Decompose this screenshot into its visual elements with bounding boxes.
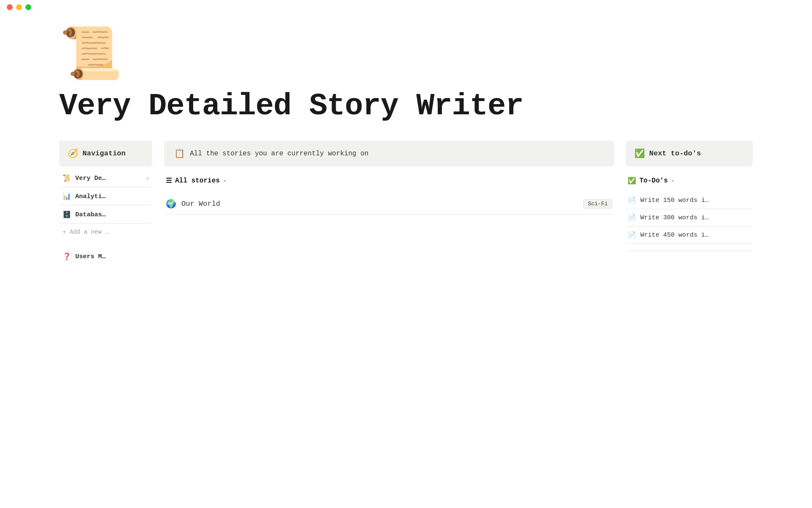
users-section: ❓ Users M… — [59, 248, 152, 265]
todo-item-2[interactable]: 📄 Write 300 words i… — [626, 209, 753, 226]
story-row[interactable]: 🌍 Our World Sci-Fi — [164, 193, 614, 215]
story-title: Our World — [181, 200, 578, 208]
stories-header-icon: 📋 — [174, 148, 185, 159]
nav-item-database-label: Databas… — [75, 211, 106, 218]
add-new-label: + Add a new … — [63, 229, 109, 235]
nav-item-database[interactable]: 🗄️ Databas… — [59, 206, 152, 224]
story-tag: Sci-Fi — [583, 199, 612, 209]
maximize-button[interactable] — [25, 4, 31, 10]
users-label: Users M… — [75, 253, 106, 260]
navigation-column: 🧭 Navigation 📜 Very De… ↗ 📊 Analyti… 🗄️ — [59, 141, 152, 265]
todo-header: ✅ Next to-do's — [626, 141, 753, 166]
page-title: Very Detailed Story Writer — [59, 89, 753, 124]
todo-doc-icon-2: 📄 — [628, 213, 636, 222]
add-new-button[interactable]: + Add a new … — [59, 224, 152, 240]
todo-chevron-icon: ▾ — [671, 178, 674, 184]
nav-item-very-de-label: Very De… — [75, 175, 106, 182]
todo-doc-icon-3: 📄 — [628, 231, 636, 239]
stories-header-description: All the stories you are currently workin… — [190, 150, 368, 157]
users-icon: ❓ — [63, 252, 71, 261]
nav-item-arrow-icon: ↗ — [146, 175, 149, 182]
close-button[interactable] — [7, 4, 13, 10]
navigation-header: 🧭 Navigation — [59, 141, 152, 166]
nav-item-chart-icon: 📊 — [63, 192, 71, 201]
todo-header-label: Next to-do's — [649, 149, 701, 157]
todo-text-3: Write 450 words i… — [640, 232, 709, 239]
main-content: 📜 Very Detailed Story Writer 🧭 Navigatio… — [0, 14, 812, 282]
todo-text-2: Write 300 words i… — [640, 214, 709, 221]
todo-section-header[interactable]: ✅ To-Do's ▾ — [626, 173, 753, 188]
story-emoji: 🌍 — [166, 199, 176, 209]
all-stories-label: All stories — [175, 177, 220, 185]
todo-item-1[interactable]: 📄 Write 150 words i… — [626, 192, 753, 209]
todo-column: ✅ Next to-do's ✅ To-Do's ▾ 📄 Write 150 w… — [626, 141, 753, 251]
nav-item-scroll-icon: 📜 — [63, 174, 71, 182]
columns-container: 🧭 Navigation 📜 Very De… ↗ 📊 Analyti… 🗄️ — [59, 141, 753, 265]
nav-item-analytics-label: Analyti… — [75, 193, 106, 200]
nav-item-database-icon: 🗄️ — [63, 210, 71, 219]
title-bar — [0, 0, 812, 14]
navigation-label: Navigation — [82, 149, 126, 157]
nav-item-very-de[interactable]: 📜 Very De… ↗ — [59, 170, 152, 187]
nav-item-analytics[interactable]: 📊 Analyti… — [59, 188, 152, 205]
all-stories-toggle[interactable]: ☰ All stories ▾ — [164, 173, 614, 188]
todo-text-1: Write 150 words i… — [640, 197, 709, 204]
todo-header-icon: ✅ — [634, 148, 645, 159]
todo-doc-icon-1: 📄 — [628, 196, 636, 204]
stories-header: 📋 All the stories you are currently work… — [164, 141, 614, 166]
todo-item-3[interactable]: 📄 Write 450 words i… — [626, 226, 753, 244]
navigation-icon: 🧭 — [68, 148, 78, 159]
todo-section-label: To-Do's — [639, 177, 668, 185]
todo-checklist-icon: ✅ — [628, 177, 636, 185]
nav-items-list: 📜 Very De… ↗ 📊 Analyti… 🗄️ Databas… + Ad… — [59, 170, 152, 240]
page-icon: 📜 — [59, 31, 753, 82]
todo-divider — [626, 251, 753, 251]
minimize-button[interactable] — [16, 4, 22, 10]
stories-column: 📋 All the stories you are currently work… — [164, 141, 614, 215]
chevron-down-icon: ▾ — [223, 178, 226, 184]
users-item[interactable]: ❓ Users M… — [59, 248, 152, 265]
list-icon: ☰ — [166, 177, 172, 185]
